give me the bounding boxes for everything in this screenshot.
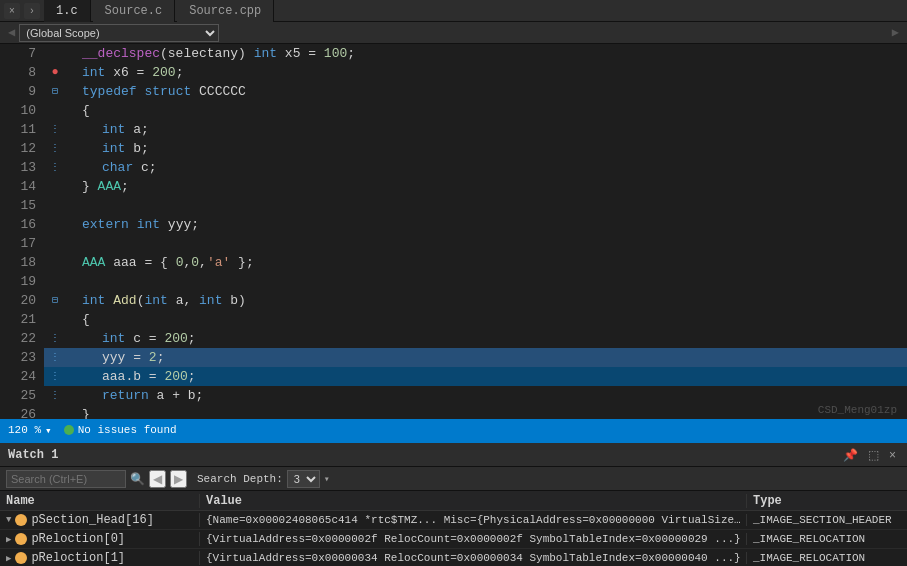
watch-row-name: ▼ pSection_Head[16] bbox=[0, 513, 200, 527]
line-number: 21 bbox=[4, 310, 36, 329]
code-line: AAA aaa = { 0,0,'a' }; bbox=[44, 253, 907, 272]
watch-row-value: {Name=0x00002408065c414 *rtc$TMZ... Misc… bbox=[200, 514, 747, 526]
token-plain: c; bbox=[133, 158, 156, 177]
token-plain: ( bbox=[137, 291, 145, 310]
watch-row[interactable]: ▶ pReloction[1] {VirtualAddress=0x000000… bbox=[0, 549, 907, 566]
code-content[interactable]: __declspec(selectany) int x5 = 100;●int … bbox=[44, 44, 907, 419]
issues-dot bbox=[64, 425, 74, 435]
code-line: } AAA; bbox=[44, 177, 907, 196]
watch-col-header-name: Name bbox=[0, 494, 200, 508]
line-number: 15 bbox=[4, 196, 36, 215]
watch-depth-select[interactable]: 12345 bbox=[287, 470, 320, 488]
token-plain: yyy; bbox=[160, 215, 199, 234]
line-number: 10 bbox=[4, 101, 36, 120]
scope-select[interactable]: (Global Scope) bbox=[19, 24, 219, 42]
watch-close-btn[interactable]: × bbox=[886, 448, 899, 462]
token-kw: return bbox=[102, 386, 149, 405]
tab-close-btn[interactable]: × bbox=[4, 3, 20, 19]
watch-pin-btn[interactable]: 📌 bbox=[840, 448, 861, 462]
watch-table-header: Name Value Type bbox=[0, 491, 907, 511]
line-number: 20 bbox=[4, 291, 36, 310]
watch-row[interactable]: ▶ pReloction[0] {VirtualAddress=0x000000… bbox=[0, 530, 907, 549]
gutter-icon: ⋮ bbox=[48, 348, 62, 367]
token-plain: x6 = bbox=[105, 63, 152, 82]
token-plain: b; bbox=[125, 139, 148, 158]
watch-row[interactable]: ▼ pSection_Head[16] {Name=0x00002408065c… bbox=[0, 511, 907, 530]
token-plain: x5 = bbox=[277, 44, 324, 63]
gutter-icon: ⋮ bbox=[48, 367, 62, 386]
line-number: 13 bbox=[4, 158, 36, 177]
code-line: ⋮yyy = 2; bbox=[44, 348, 907, 367]
zoom-dropdown-icon: ▾ bbox=[45, 424, 52, 437]
watch-depth-dropdown-icon: ▾ bbox=[324, 473, 330, 485]
token-plain: , bbox=[199, 253, 207, 272]
code-line: ⋮int b; bbox=[44, 139, 907, 158]
code-line: ⋮char c; bbox=[44, 158, 907, 177]
watch-table: Name Value Type ▼ pSection_Head[16] {Nam… bbox=[0, 491, 907, 566]
token-kw: typedef bbox=[82, 82, 137, 101]
token-plain: ; bbox=[188, 329, 196, 348]
code-line: { bbox=[44, 101, 907, 120]
line-number: 14 bbox=[4, 177, 36, 196]
watch-float-btn[interactable]: ⬚ bbox=[865, 448, 882, 462]
token-plain: aaa.b = bbox=[102, 367, 164, 386]
token-plain: } bbox=[82, 405, 90, 419]
token-plain: ; bbox=[121, 177, 129, 196]
watch-search-input[interactable] bbox=[6, 470, 126, 488]
watch-expand-icon[interactable]: ▼ bbox=[6, 515, 11, 525]
token-macro: __declspec bbox=[82, 44, 160, 63]
watch-type-icon bbox=[15, 552, 27, 564]
watch-title: Watch 1 bbox=[8, 448, 58, 462]
token-kw: char bbox=[102, 158, 133, 177]
code-line: extern int yyy; bbox=[44, 215, 907, 234]
tab-sourcec[interactable]: Source.c bbox=[93, 0, 176, 22]
gutter-icon: ⊟ bbox=[48, 82, 62, 101]
code-line: __declspec(selectany) int x5 = 100; bbox=[44, 44, 907, 63]
watch-col-header-value: Value bbox=[200, 494, 747, 508]
line-number: 26 bbox=[4, 405, 36, 419]
token-kw: extern bbox=[82, 215, 129, 234]
breadcrumb-arrow: ◀ bbox=[8, 25, 15, 40]
watch-nav-fwd[interactable]: ▶ bbox=[170, 470, 187, 488]
code-line: ⋮int a; bbox=[44, 120, 907, 139]
token-plain: { bbox=[82, 310, 90, 329]
token-plain: (selectany) bbox=[160, 44, 254, 63]
tab-sourcecpp[interactable]: Source.cpp bbox=[177, 0, 274, 22]
watch-expand-icon[interactable]: ▶ bbox=[6, 534, 11, 545]
token-plain bbox=[105, 291, 113, 310]
token-plain: a; bbox=[125, 120, 148, 139]
code-line: { bbox=[44, 310, 907, 329]
token-kw: int bbox=[82, 63, 105, 82]
tab-1c[interactable]: 1.c bbox=[44, 0, 91, 22]
watch-expand-icon[interactable]: ▶ bbox=[6, 553, 11, 564]
watch-row-name: ▶ pReloction[0] bbox=[0, 532, 200, 546]
token-kw: struct bbox=[144, 82, 191, 101]
zoom-control[interactable]: 120 % ▾ bbox=[8, 424, 52, 437]
line-number: 12 bbox=[4, 139, 36, 158]
line-number: 7 bbox=[4, 44, 36, 63]
token-plain bbox=[137, 82, 145, 101]
line-numbers: 7891011121314151617181920212223242526272… bbox=[0, 44, 44, 419]
token-plain: CCCCCC bbox=[191, 82, 246, 101]
token-plain: ; bbox=[347, 44, 355, 63]
token-plain: ; bbox=[157, 348, 165, 367]
token-plain: { bbox=[82, 101, 90, 120]
watch-search-button[interactable]: 🔍 bbox=[130, 472, 145, 486]
breadcrumb-nav-arrow: ▶ bbox=[892, 25, 899, 40]
line-number: 22 bbox=[4, 329, 36, 348]
token-plain: , bbox=[183, 253, 191, 272]
token-num: 200 bbox=[164, 329, 187, 348]
token-plain: } bbox=[82, 177, 98, 196]
line-number: 16 bbox=[4, 215, 36, 234]
code-line: ⊟typedef struct CCCCCC bbox=[44, 82, 907, 101]
token-num: 0 bbox=[191, 253, 199, 272]
watch-controls: 📌 ⬚ × bbox=[840, 448, 899, 462]
token-num: 200 bbox=[152, 63, 175, 82]
token-num: 200 bbox=[164, 367, 187, 386]
gutter-icon: ⋮ bbox=[48, 386, 62, 405]
watch-row-name-text: pSection_Head[16] bbox=[31, 513, 153, 527]
tab-forward-btn[interactable]: › bbox=[24, 3, 40, 19]
code-line: ⋮return a + b; bbox=[44, 386, 907, 405]
line-number: 23 bbox=[4, 348, 36, 367]
watch-nav-back[interactable]: ◀ bbox=[149, 470, 166, 488]
